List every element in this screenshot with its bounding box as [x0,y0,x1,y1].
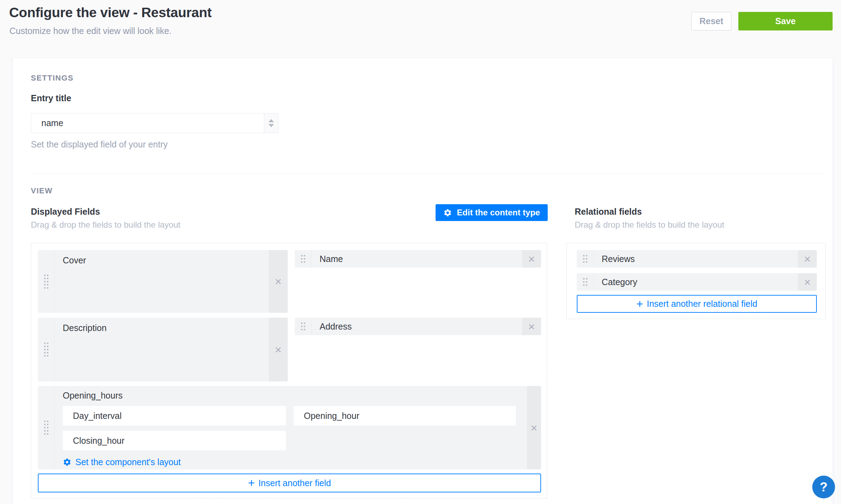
field-label: Address [312,318,522,335]
configure-view-page: Configure the view - Restaurant Customiz… [0,0,841,504]
drag-handle[interactable] [38,386,55,469]
component-field-opening-hour: Opening_hour [294,406,516,426]
relational-fields-subtitle: Drag & drop the fields to build the layo… [575,220,724,230]
remove-field-button[interactable]: × [527,386,541,469]
drag-dots-icon [301,255,302,256]
drag-handle[interactable] [295,250,312,268]
close-icon: × [275,344,281,355]
drag-handle[interactable] [577,273,594,291]
drag-handle[interactable] [38,250,55,313]
entry-title-helper: Set the displayed field of your entry [31,139,168,150]
config-card: SETTINGS Entry title name Set the displa… [13,58,833,504]
close-icon: × [275,276,281,287]
remove-field-button[interactable]: × [269,250,288,313]
field-label: Name [312,250,522,268]
set-component-layout-link[interactable]: Set the component's layout [63,457,181,467]
displayed-fields-title: Displayed Fields [31,207,100,217]
section-divider [31,173,826,174]
remove-field-button[interactable]: × [798,250,817,268]
page-subtitle: Customize how the edit view will look li… [9,26,172,36]
relational-row-category[interactable]: Category × [577,273,817,291]
relational-fields-title: Relational fields [575,207,642,217]
relational-row-reviews[interactable]: Reviews × [577,250,817,268]
insert-field-label: Insert another field [258,478,331,488]
drag-dots-icon [44,275,46,276]
help-button[interactable]: ? [812,476,835,498]
select-stepper-icon[interactable] [264,113,278,133]
entry-title-selected-value: name [31,118,264,128]
caret-up-icon [268,119,274,122]
remove-field-button[interactable]: × [522,318,541,335]
drag-handle[interactable] [38,318,55,381]
displayed-fields-dropzone[interactable]: Cover × Name × Description × Address × [31,243,547,498]
field-row-address[interactable]: Address × [295,318,541,335]
drag-handle[interactable] [577,250,594,268]
drag-handle[interactable] [295,318,312,335]
remove-field-button[interactable]: × [798,273,817,291]
drag-dots-icon [301,323,302,324]
edit-content-type-button[interactable]: Edit the content type [436,204,548,221]
close-icon: × [804,276,811,288]
caret-down-icon [268,124,274,127]
drag-dots-icon [583,278,584,279]
field-row-opening-hours-component[interactable]: Opening_hours Day_interval Opening_hour … [38,386,541,469]
remove-field-button[interactable]: × [522,250,541,268]
entry-title-select[interactable]: name [31,113,279,133]
gear-icon [63,458,71,467]
field-label: Reviews [594,250,798,268]
close-icon: × [531,422,537,434]
component-field-day-interval: Day_interval [63,406,286,426]
settings-section-label: SETTINGS [31,74,74,83]
close-icon: × [528,321,535,332]
topbar: Configure the view - Restaurant Customiz… [0,0,841,58]
component-fields-row: Closing_hour [63,431,286,450]
edit-content-type-label: Edit the content type [457,208,540,218]
relational-fields-dropzone[interactable]: Reviews × Category × + Insert another re… [566,243,826,319]
insert-relational-field-label: Insert another relational field [647,299,757,309]
component-label: Opening_hours [63,391,123,401]
field-label: Category [594,273,798,291]
insert-another-field-button[interactable]: + Insert another field [38,474,541,492]
drag-dots-icon [44,343,46,344]
entry-title-label: Entry title [31,93,71,103]
gear-icon [443,208,452,217]
field-label: Cover [55,250,269,313]
field-row-cover[interactable]: Cover × [38,250,288,313]
component-body: Opening_hours Day_interval Opening_hour … [55,386,527,469]
field-label: Description [55,318,269,381]
field-row-description[interactable]: Description × [38,318,288,381]
drag-dots-icon [44,421,46,422]
displayed-fields-subtitle: Drag & drop the fields to build the layo… [31,220,180,230]
insert-another-relational-field-button[interactable]: + Insert another relational field [577,295,817,313]
component-field-closing-hour: Closing_hour [63,431,286,450]
field-row-name[interactable]: Name × [295,250,541,268]
view-section-label: VIEW [31,186,53,195]
page-title: Configure the view - Restaurant [9,5,212,20]
close-icon: × [804,253,811,265]
set-component-layout-label: Set the component's layout [75,457,181,467]
save-button[interactable]: Save [738,12,833,30]
close-icon: × [528,253,535,265]
component-fields-row: Day_interval Opening_hour [63,406,516,426]
reset-button[interactable]: Reset [691,12,731,30]
drag-dots-icon [583,255,584,256]
remove-field-button[interactable]: × [269,318,288,381]
